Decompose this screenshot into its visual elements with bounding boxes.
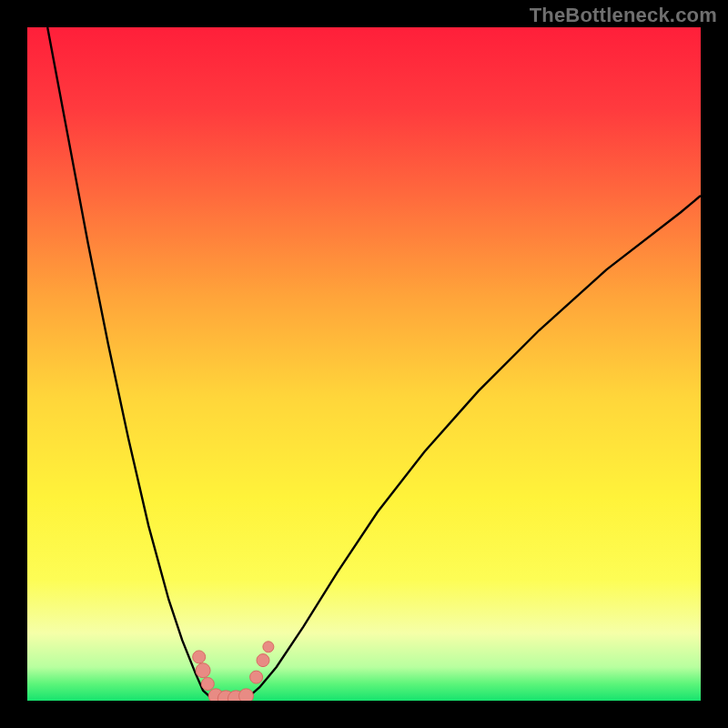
attribution-text: TheBottleneck.com xyxy=(530,4,717,27)
curve-marker xyxy=(257,654,269,667)
curve-marker xyxy=(201,678,214,691)
curve-layer xyxy=(27,27,701,701)
curve-marker xyxy=(193,651,206,663)
bottleneck-curve xyxy=(47,27,701,700)
curve-marker xyxy=(250,671,263,683)
chart-frame: TheBottleneck.com xyxy=(0,0,728,728)
curve-marker xyxy=(239,689,254,701)
curve-marker xyxy=(196,663,210,678)
plot-area xyxy=(27,27,701,701)
curve-marker xyxy=(263,642,274,652)
